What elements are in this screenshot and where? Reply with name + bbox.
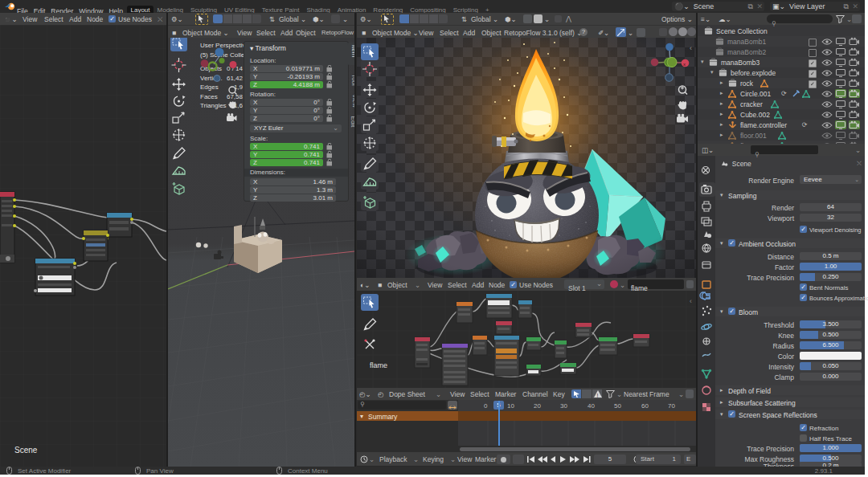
svg-text:x: x [683, 62, 686, 67]
svg-text:!: ! [596, 393, 598, 398]
